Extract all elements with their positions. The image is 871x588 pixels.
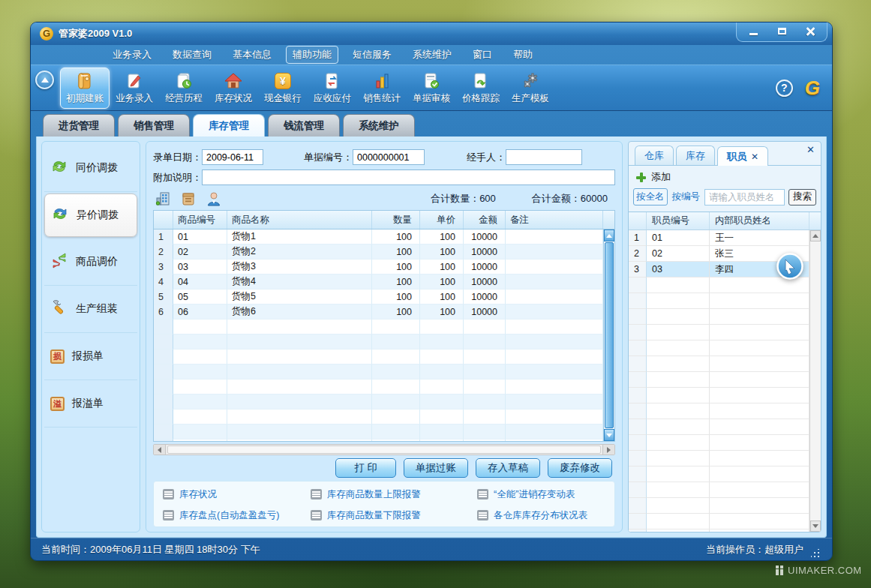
scroll-up-button[interactable] (810, 230, 821, 242)
collapse-toolbar-button[interactable] (35, 70, 54, 89)
empty-row[interactable] (629, 530, 809, 532)
save-draft-button[interactable]: 存入草稿 (476, 458, 540, 478)
items-horizontal-scrollbar[interactable] (153, 444, 615, 455)
empty-row[interactable] (629, 293, 809, 309)
link-stocktake[interactable]: 库存盘点(自动盘盈盘亏) (163, 509, 311, 522)
empty-row[interactable] (629, 325, 809, 340)
menu-item-data-query[interactable]: 数据查询 (166, 46, 218, 64)
staff-vertical-scrollbar[interactable] (809, 230, 821, 532)
empty-row[interactable] (629, 451, 809, 466)
table-row[interactable]: 606货物610010010000 (154, 304, 603, 320)
sidebar-item-overflow-report[interactable]: 溢 报溢单 (44, 380, 137, 428)
toolbar-item-operation-history[interactable]: 经营历程 (159, 68, 209, 109)
empty-row[interactable] (629, 514, 809, 530)
staff-row[interactable]: 101王一 (629, 230, 809, 246)
search-button[interactable]: 搜索 (788, 189, 816, 206)
table-row[interactable]: 404货物410010010000 (154, 274, 603, 290)
empty-row[interactable] (629, 309, 809, 325)
toolbar-item-inventory-status[interactable]: 库存状况 (209, 68, 258, 109)
menu-item-system-maintenance[interactable]: 系统维护 (406, 46, 458, 64)
scroll-thumb[interactable] (605, 242, 614, 428)
post-document-button[interactable]: 单据过账 (404, 458, 468, 478)
menu-item-help[interactable]: 帮助 (506, 46, 539, 64)
empty-row[interactable] (154, 350, 603, 364)
print-button[interactable]: 打 印 (335, 458, 396, 478)
sidebar-item-diff-price-transfer[interactable]: 异价调拨 (44, 194, 137, 237)
empty-row[interactable] (154, 410, 603, 424)
lookup-tab-inventory[interactable]: 库存 (676, 146, 715, 165)
empty-row[interactable] (629, 372, 809, 388)
empty-row[interactable] (629, 356, 809, 372)
minimize-button[interactable] (741, 25, 765, 38)
hscroll-thumb[interactable] (167, 446, 601, 454)
link-upper-limit-alert[interactable]: 库存商品数量上限报警 (311, 488, 477, 501)
sidebar-item-price-adjust[interactable]: 商品调价 (44, 238, 137, 286)
empty-row[interactable] (154, 364, 603, 380)
sidebar-item-same-price-transfer[interactable]: 同价调拨 (44, 145, 137, 192)
add-staff-button[interactable]: 添加 (651, 170, 671, 184)
sidebar-item-loss-report[interactable]: 损 报损单 (44, 333, 137, 380)
tab-sales[interactable]: 销售管理 (118, 114, 190, 136)
tab-inventory[interactable]: 库存管理 (193, 114, 265, 136)
brand-logo-icon[interactable]: G (805, 76, 820, 100)
help-button[interactable]: ? (776, 80, 793, 97)
tab-cashflow[interactable]: 钱流管理 (268, 114, 340, 136)
toolbar-item-price-tracking[interactable]: 价格跟踪 (456, 68, 506, 109)
table-row[interactable]: 303货物310010010000 (154, 260, 603, 274)
menu-item-business-entry[interactable]: 业务录入 (106, 46, 158, 64)
close-button[interactable] (798, 25, 822, 38)
empty-row[interactable] (629, 419, 809, 435)
empty-row[interactable] (629, 466, 809, 482)
empty-row[interactable] (154, 320, 603, 334)
empty-row[interactable] (154, 424, 603, 440)
staff-search-input[interactable] (704, 189, 785, 206)
link-inventory-status[interactable]: 库存状况 (163, 488, 311, 501)
lookup-tab-warehouse[interactable]: 仓库 (635, 146, 674, 165)
empty-row[interactable] (154, 334, 603, 350)
menu-item-basic-info[interactable]: 基本信息 (226, 46, 278, 64)
panel-close-button[interactable]: ✕ (806, 144, 815, 155)
toolbar-item-cash-bank[interactable]: ¥ 现金银行 (258, 68, 308, 109)
scroll-down-button[interactable] (604, 429, 614, 441)
doc-no-input[interactable] (353, 149, 425, 165)
scroll-down-button[interactable] (810, 520, 821, 532)
lookup-tab-staff[interactable]: 职员✕ (717, 146, 768, 166)
warehouse-shortcut-icon[interactable] (155, 190, 171, 207)
maximize-button[interactable] (770, 25, 794, 38)
empty-row[interactable] (154, 380, 603, 394)
empty-row[interactable] (629, 340, 809, 356)
empty-row[interactable] (154, 394, 603, 410)
scroll-up-button[interactable] (604, 230, 614, 242)
discard-changes-button[interactable]: 废弃修改 (548, 458, 612, 478)
staff-shortcut-icon[interactable] (206, 190, 222, 207)
stock-shortcut-icon[interactable] (180, 190, 197, 207)
empty-row[interactable] (629, 404, 809, 419)
table-row[interactable]: 202货物210010010000 (154, 244, 603, 260)
scroll-right-button[interactable] (602, 445, 614, 454)
toolbar-item-initial-setup[interactable]: 初期建账 (60, 68, 110, 109)
empty-row[interactable] (629, 482, 809, 498)
tab-close-icon[interactable]: ✕ (751, 152, 758, 162)
link-allround-report[interactable]: “全能”进销存变动表 (477, 488, 605, 501)
toolbar-item-sales-statistics[interactable]: 销售统计 (357, 68, 407, 109)
handler-input[interactable] (506, 149, 582, 165)
empty-row[interactable] (629, 498, 809, 514)
date-input[interactable] (202, 149, 263, 165)
toolbar-item-business-entry[interactable]: 业务录入 (110, 68, 159, 109)
tab-purchase[interactable]: 进货管理 (43, 114, 115, 136)
toolbar-item-document-audit[interactable]: 单据审核 (407, 68, 456, 109)
empty-row[interactable] (629, 388, 809, 404)
sidebar-item-production-assembly[interactable]: 生产组装 (44, 286, 137, 333)
scroll-left-button[interactable] (154, 445, 166, 454)
filter-by-code[interactable]: 按编号 (671, 189, 701, 205)
toolbar-item-receivables-payables[interactable]: 应收应付 (308, 68, 357, 109)
menu-item-auxiliary-functions[interactable]: 辅助功能 (286, 46, 338, 64)
toolbar-item-production-template[interactable]: 生产模板 (506, 68, 555, 109)
filter-by-name[interactable]: 按全名 (633, 188, 668, 206)
table-row[interactable]: 505货物510010010000 (154, 290, 603, 304)
link-lower-limit-alert[interactable]: 库存商品数量下限报警 (311, 509, 477, 522)
note-input[interactable] (202, 170, 615, 185)
table-row[interactable]: 101货物110010010000 (154, 230, 603, 244)
empty-row[interactable] (154, 440, 603, 441)
tab-system[interactable]: 系统维护 (343, 114, 415, 136)
